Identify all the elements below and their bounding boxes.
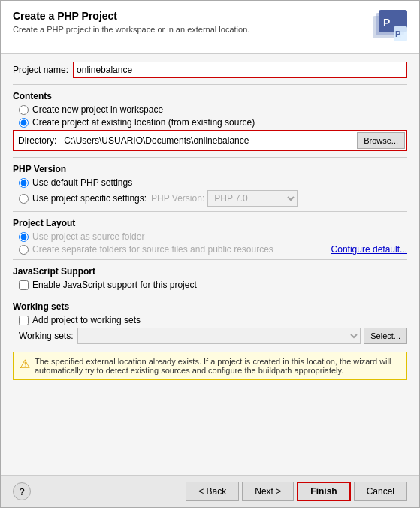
new-project-option[interactable]: Create new project in workspace bbox=[19, 104, 407, 115]
specific-php-label: Use project specific settings: bbox=[32, 193, 147, 204]
directory-input[interactable] bbox=[61, 133, 357, 148]
warning-icon: ⚠ bbox=[20, 357, 30, 371]
separate-folders-row: Create separate folders for source files… bbox=[19, 244, 407, 255]
specific-php-radio[interactable] bbox=[19, 194, 29, 204]
svg-text:P: P bbox=[395, 29, 400, 38]
footer-left: ? bbox=[13, 482, 31, 500]
cancel-button[interactable]: Cancel bbox=[354, 482, 407, 501]
info-text: The specified external location already … bbox=[35, 357, 400, 375]
php-version-select[interactable]: PHP 7.0 bbox=[207, 190, 298, 207]
footer-right: < Back Next > Finish Cancel bbox=[186, 482, 407, 501]
contents-options: Create new project in workspace Create p… bbox=[19, 104, 407, 128]
separate-folders-left: Create separate folders for source files… bbox=[19, 244, 273, 255]
default-php-label: Use default PHP settings bbox=[32, 177, 132, 188]
dialog: Create a PHP Project Create a PHP projec… bbox=[0, 0, 420, 508]
contents-label: Contents bbox=[13, 91, 407, 101]
project-layout-label: Project Layout bbox=[13, 218, 407, 228]
svg-text:P: P bbox=[383, 17, 390, 29]
php-version-options: Use default PHP settings Use project spe… bbox=[19, 177, 407, 207]
new-project-radio[interactable] bbox=[19, 105, 29, 115]
new-project-label: Create new project in workspace bbox=[32, 104, 163, 115]
help-button[interactable]: ? bbox=[13, 482, 31, 500]
source-folder-option[interactable]: Use project as source folder bbox=[19, 231, 407, 242]
next-button[interactable]: Next > bbox=[242, 482, 294, 501]
javascript-support-label: JavaScript Support bbox=[13, 266, 407, 277]
configure-default-link[interactable]: Configure default... bbox=[331, 244, 407, 255]
default-php-radio[interactable] bbox=[19, 178, 29, 188]
source-folder-label: Use project as source folder bbox=[32, 231, 144, 242]
project-layout-options: Use project as source folder Create sepa… bbox=[19, 231, 407, 255]
working-sets-label: Working sets bbox=[13, 301, 407, 312]
existing-project-label: Create project at existing location (fro… bbox=[32, 117, 255, 128]
separate-folders-label: Create separate folders for source files… bbox=[32, 244, 273, 255]
default-php-option[interactable]: Use default PHP settings bbox=[19, 177, 407, 188]
finish-button[interactable]: Finish bbox=[297, 482, 350, 501]
php-version-label: PHP Version bbox=[13, 164, 407, 174]
existing-project-option[interactable]: Create project at existing location (fro… bbox=[19, 117, 407, 128]
working-sets-options: Add project to working sets Working sets… bbox=[19, 315, 407, 344]
php-logo-icon: P P bbox=[371, 10, 407, 46]
working-sets-select-label: Working sets: bbox=[19, 331, 73, 341]
separate-folders-radio[interactable] bbox=[19, 245, 29, 255]
dialog-title: Create a PHP Project bbox=[13, 10, 249, 22]
javascript-checkbox[interactable] bbox=[19, 280, 29, 290]
javascript-options: Enable JavaScript support for this proje… bbox=[19, 280, 407, 290]
working-sets-checkbox[interactable] bbox=[19, 316, 29, 325]
javascript-checkbox-item[interactable]: Enable JavaScript support for this proje… bbox=[19, 280, 407, 290]
working-sets-select[interactable] bbox=[77, 328, 361, 344]
existing-project-radio[interactable] bbox=[19, 118, 29, 128]
browse-button[interactable]: Browse... bbox=[357, 132, 405, 149]
working-sets-checkbox-label: Add project to working sets bbox=[32, 315, 141, 325]
directory-row: Directory: Browse... bbox=[13, 130, 407, 151]
project-name-input[interactable] bbox=[73, 62, 407, 78]
info-box: ⚠ The specified external location alread… bbox=[13, 352, 407, 380]
javascript-checkbox-label: Enable JavaScript support for this proje… bbox=[32, 280, 197, 290]
source-folder-radio[interactable] bbox=[19, 232, 29, 242]
project-name-label: Project name: bbox=[13, 65, 68, 75]
header-text: Create a PHP Project Create a PHP projec… bbox=[13, 10, 249, 34]
dialog-header: Create a PHP Project Create a PHP projec… bbox=[1, 1, 419, 54]
dialog-subtitle: Create a PHP project in the workspace or… bbox=[13, 25, 249, 34]
project-name-row: Project name: bbox=[13, 62, 407, 78]
dialog-content: Project name: Contents Create new projec… bbox=[1, 54, 419, 475]
working-sets-select-row: Working sets: Select... bbox=[19, 328, 407, 344]
working-sets-checkbox-item[interactable]: Add project to working sets bbox=[19, 315, 407, 325]
select-button[interactable]: Select... bbox=[364, 328, 407, 344]
specific-php-option[interactable]: Use project specific settings: PHP Versi… bbox=[19, 190, 407, 207]
back-button[interactable]: < Back bbox=[186, 482, 239, 501]
php-version-select-label: PHP Version: bbox=[151, 193, 204, 204]
dialog-footer: ? < Back Next > Finish Cancel bbox=[1, 475, 419, 507]
directory-label: Directory: bbox=[18, 135, 56, 146]
